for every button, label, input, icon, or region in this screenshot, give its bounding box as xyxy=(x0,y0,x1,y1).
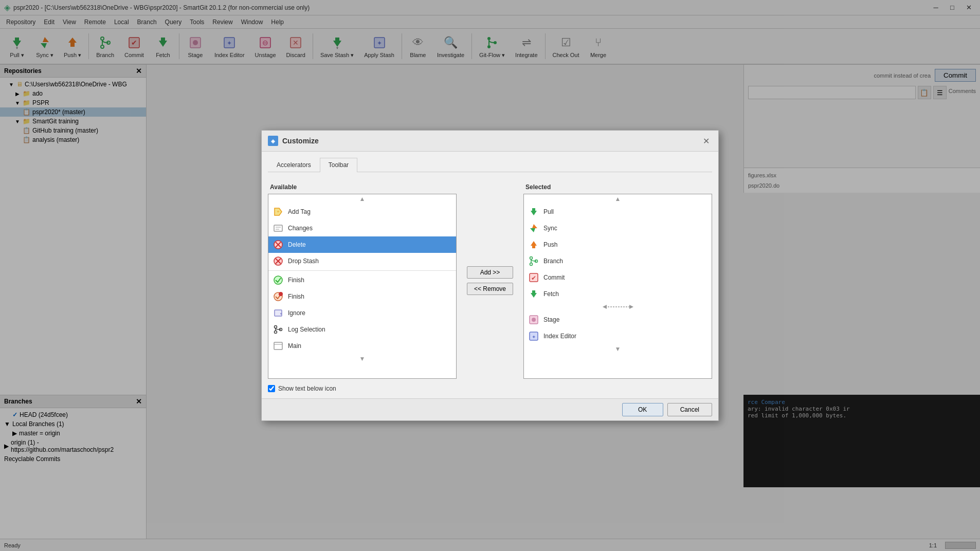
svg-point-41 xyxy=(279,292,283,296)
selected-pull-label: Pull xyxy=(543,208,554,215)
tab-accelerators[interactable]: Accelerators xyxy=(268,158,320,172)
selected-item-stage[interactable]: Stage xyxy=(524,311,712,328)
svg-marker-60 xyxy=(531,290,537,298)
svg-point-44 xyxy=(275,326,277,328)
selected-item-fetch[interactable]: Fetch xyxy=(524,286,712,302)
finish1-icon xyxy=(273,274,284,286)
selected-item-branch[interactable]: Branch xyxy=(524,253,712,269)
selected-branch-icon xyxy=(528,255,539,267)
selected-stage-icon xyxy=(528,314,539,325)
add-button[interactable]: Add >> xyxy=(467,266,513,279)
selected-item-sync[interactable]: Sync xyxy=(524,220,712,236)
selected-scroll-down: ▼ xyxy=(524,344,712,354)
selected-sync-label: Sync xyxy=(543,225,557,232)
main-icon xyxy=(273,340,284,352)
selected-fetch-icon xyxy=(528,288,539,300)
tab-toolbar[interactable]: Toolbar xyxy=(320,158,357,172)
svg-text:+: + xyxy=(277,209,279,214)
selected-push-icon xyxy=(528,239,539,250)
selected-panel: Selected ▲ Pull xyxy=(523,182,712,379)
available-item-add-tag[interactable]: + Add Tag xyxy=(268,204,456,220)
dialog-title-content: ◈ Customize xyxy=(268,136,319,146)
available-ignore-label: Ignore xyxy=(288,309,305,317)
selected-sync-icon xyxy=(528,223,539,234)
svg-point-45 xyxy=(275,331,277,334)
delete-icon xyxy=(273,239,284,250)
svg-marker-52 xyxy=(530,228,535,232)
available-item-delete[interactable]: Delete xyxy=(268,236,456,253)
selected-item-index-editor[interactable]: ✦ Index Editor xyxy=(524,328,712,344)
available-list[interactable]: ▲ + Add Tag xyxy=(268,194,457,379)
available-item-ignore[interactable]: Ignore xyxy=(268,305,456,321)
available-item-changes[interactable]: Changes xyxy=(268,220,456,236)
available-add-tag-label: Add Tag xyxy=(288,208,311,215)
selected-index-editor-label: Index Editor xyxy=(543,333,576,340)
remove-button[interactable]: << Remove xyxy=(467,283,513,295)
svg-point-54 xyxy=(530,257,533,260)
selected-separator xyxy=(524,302,712,311)
selected-branch-label: Branch xyxy=(543,258,563,265)
available-item-main[interactable]: Main xyxy=(268,338,456,354)
cancel-button[interactable]: Cancel xyxy=(667,403,712,416)
selected-item-pull[interactable]: Pull xyxy=(524,204,712,220)
selected-index-icon: ✦ xyxy=(528,330,539,342)
svg-rect-48 xyxy=(274,342,282,350)
add-tag-icon: + xyxy=(273,206,284,217)
selected-header: Selected xyxy=(523,182,712,192)
scroll-down-indicator: ▼ xyxy=(268,354,456,363)
dialog-footer: OK Cancel xyxy=(262,398,718,420)
available-panel: Available ▲ + Add Tag xyxy=(268,182,457,379)
selected-scroll-up: ▲ xyxy=(524,194,712,204)
available-finish2-label: Finish xyxy=(288,293,304,300)
dialog-overlay: ◈ Customize ✕ Accelerators Toolbar Avail… xyxy=(0,0,980,551)
arrows-panel: Add >> << Remove xyxy=(463,266,517,295)
selected-item-push[interactable]: Push xyxy=(524,236,712,253)
svg-marker-53 xyxy=(531,241,537,248)
available-log-selection-label: Log Selection xyxy=(288,326,325,333)
svg-rect-30 xyxy=(274,225,282,231)
svg-marker-51 xyxy=(532,224,537,228)
selected-commit-icon: ✔ xyxy=(528,272,539,283)
dialog-tab-bar: Accelerators Toolbar xyxy=(268,158,712,172)
dialog-title-text: Customize xyxy=(282,137,319,145)
show-text-label[interactable]: Show text below icon xyxy=(278,385,336,392)
svg-point-65 xyxy=(532,318,536,322)
available-item-finish2[interactable]: Finish xyxy=(268,288,456,305)
available-item-finish1[interactable]: Finish xyxy=(268,272,456,288)
selected-stage-label: Stage xyxy=(543,316,559,323)
dialog-title-bar: ◈ Customize ✕ xyxy=(262,131,718,152)
selected-commit-label: Commit xyxy=(543,274,565,281)
log-selection-icon xyxy=(273,324,284,335)
available-main-label: Main xyxy=(288,342,301,350)
available-drop-stash-label: Drop Stash xyxy=(288,258,319,265)
dialog-close-button[interactable]: ✕ xyxy=(700,135,712,147)
available-item-log-selection[interactable]: Log Selection xyxy=(268,321,456,338)
svg-marker-62 xyxy=(603,305,607,309)
lists-container: Available ▲ + Add Tag xyxy=(268,182,712,379)
drop-stash-icon xyxy=(273,255,284,267)
changes-icon xyxy=(273,223,284,234)
svg-text:✔: ✔ xyxy=(531,274,536,282)
available-finish1-label: Finish xyxy=(288,277,304,284)
finish2-icon xyxy=(273,291,284,302)
selected-item-commit[interactable]: ✔ Commit xyxy=(524,269,712,286)
available-header: Available xyxy=(268,182,457,192)
svg-marker-50 xyxy=(531,208,537,215)
available-item-drop-stash[interactable]: Drop Stash xyxy=(268,253,456,269)
ignore-icon xyxy=(273,307,284,319)
svg-text:✦: ✦ xyxy=(532,334,536,340)
checkbox-row: Show text below icon xyxy=(268,385,712,392)
selected-push-label: Push xyxy=(543,241,557,248)
dialog-title-icon: ◈ xyxy=(268,136,278,146)
available-delete-label: Delete xyxy=(288,241,306,248)
show-text-checkbox[interactable] xyxy=(268,385,275,392)
dialog-body: Accelerators Toolbar Available ▲ xyxy=(262,152,718,398)
scroll-up-indicator: ▲ xyxy=(268,194,456,204)
svg-marker-63 xyxy=(629,305,633,309)
svg-point-39 xyxy=(274,276,282,284)
available-changes-label: Changes xyxy=(288,225,313,232)
ok-button[interactable]: OK xyxy=(622,403,663,416)
svg-point-55 xyxy=(530,263,533,266)
list-sep-1 xyxy=(268,270,456,271)
selected-list[interactable]: ▲ Pull xyxy=(523,194,712,379)
